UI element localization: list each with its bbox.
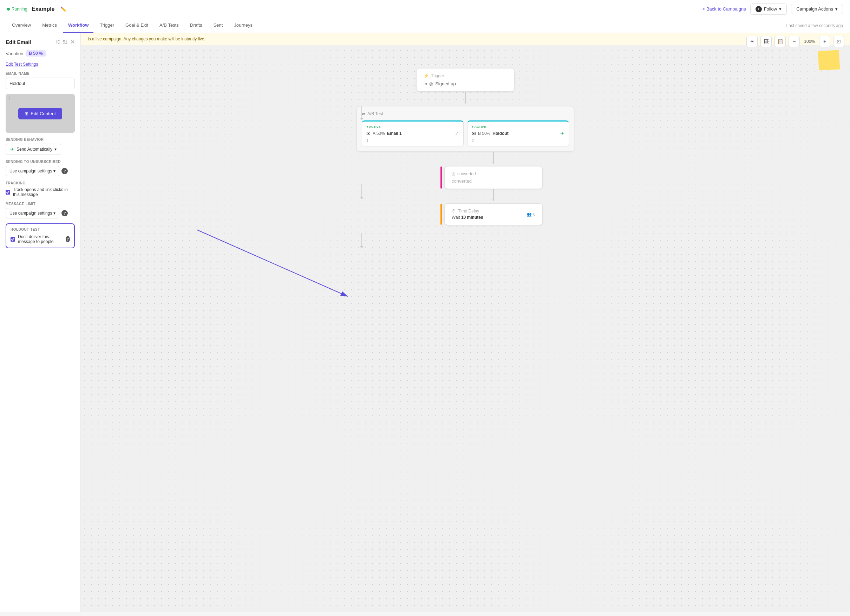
track-opens-checkbox[interactable] [6, 190, 10, 194]
plus-circle-icon: + [756, 6, 762, 12]
clock-icon: ⏱ [452, 209, 456, 214]
live-banner: is a live campaign. Any changes you make… [81, 33, 850, 45]
back-to-campaigns-link[interactable]: < Back to Campaigns [702, 6, 746, 12]
running-badge: Running [7, 7, 27, 12]
variant-b-info: ✉ B 50% Holdout ✈ [472, 131, 564, 136]
tab-workflow[interactable]: Workflow [63, 18, 93, 33]
variant-a-card[interactable]: ACTIVE ✉ A 50% Email 1 ✓ 1 [362, 120, 464, 147]
delay-node[interactable]: ⏱ Time Delay Wait 10 minutes 👥 0 [444, 203, 543, 225]
email-preview: 2 ⊞ Edit Content [6, 94, 75, 133]
people-count-value: 0 [533, 212, 535, 216]
variation-badge: B 50 % [26, 50, 45, 57]
ab-test-node[interactable]: ⇌ A/B Test ACTIVE ✉ A 50% Email 1 ✓ [356, 106, 574, 152]
converted-node[interactable]: ◎ converted converted [444, 166, 543, 189]
orange-accent-line [440, 204, 442, 225]
panel-id: ID: 51 [56, 40, 67, 45]
message-limit-help-icon[interactable]: ? [61, 210, 68, 216]
ab-test-header: ⇌ A/B Test [362, 111, 569, 116]
variant-a-pct: A 50% [373, 131, 385, 136]
edit-test-settings-link[interactable]: Edit Test Settings [6, 62, 38, 67]
delay-label: Time Delay [458, 209, 479, 214]
sticky-note[interactable] [818, 50, 840, 70]
edit-pencil-icon[interactable]: ✏️ [60, 6, 66, 12]
preview-number: 2 [8, 96, 10, 100]
sending-unsubscribed-help-icon[interactable]: ? [61, 168, 68, 174]
delay-header: ⏱ Time Delay [452, 209, 527, 214]
delay-text: Wait 10 minutes [452, 215, 527, 220]
dont-deliver-checkbox[interactable] [10, 237, 15, 242]
tab-sent[interactable]: Sent [208, 18, 227, 33]
close-panel-button[interactable]: ✕ [70, 39, 75, 45]
ab-test-icon: ⇌ [362, 111, 365, 116]
variant-b-name: Holdout [492, 131, 508, 136]
send-auto-icon: ✈ [10, 147, 14, 152]
tab-trigger[interactable]: Trigger [95, 18, 119, 33]
variant-b-pct: B 50% [478, 131, 490, 136]
ab-test-label: A/B Test [367, 111, 383, 116]
campaign-actions-chevron-icon: ▾ [835, 6, 838, 12]
note-tool-button[interactable]: 📋 [775, 36, 786, 47]
wait-label: Wait [452, 215, 460, 220]
tab-ab-tests[interactable]: A/B Tests [154, 18, 184, 33]
main-layout: Edit Email ID: 51 ✕ Variation B 50 % Edi… [0, 33, 850, 612]
holdout-test-label: HOLDOUT TEST [10, 227, 70, 232]
delay-content: ⏱ Time Delay Wait 10 minutes [452, 209, 527, 220]
ab-test-container: ⇌ A/B Test ACTIVE ✉ A 50% Email 1 ✓ [356, 106, 574, 152]
variant-a-check-icon: ✓ [455, 131, 459, 136]
send-automatically-button[interactable]: ✈ Send Automatically ▾ [6, 144, 61, 155]
tab-drafts[interactable]: Drafts [185, 18, 207, 33]
trigger-signed-icon: ◎ [429, 81, 433, 87]
zoom-out-button[interactable]: − [789, 36, 800, 47]
tab-metrics[interactable]: Metrics [37, 18, 62, 33]
campaign-actions-button[interactable]: Campaign Actions ▾ [791, 4, 843, 14]
zoom-in-button[interactable]: + [819, 36, 831, 47]
variant-a-name: Email 1 [387, 131, 402, 136]
email-name-field: EMAIL NAME [6, 72, 75, 89]
panel-title: Edit Email [6, 39, 31, 45]
message-limit-field: MESSAGE LIMIT Use campaign settings ▾ ? [6, 202, 75, 218]
image-tool-button[interactable]: 🖼 [760, 36, 772, 47]
sending-unsubscribed-field: SENDING TO UNSUBSCRIBED Use campaign set… [6, 160, 75, 176]
workflow-canvas: is a live campaign. Any changes you make… [81, 33, 850, 612]
email-name-input[interactable] [6, 78, 75, 89]
sun-tool-button[interactable]: ☀ [747, 36, 758, 47]
variant-b-card[interactable]: ACTIVE ✉ B 50% Holdout ✈ 2 [467, 120, 569, 147]
follow-label: Follow [764, 6, 777, 12]
tab-overview[interactable]: Overview [7, 18, 36, 33]
message-limit-select[interactable]: Use campaign settings ▾ [6, 208, 59, 218]
tracking-field: TRACKING Track opens and link clicks in … [6, 181, 75, 197]
variant-b-number: 2 [472, 138, 564, 143]
variant-b-status: ACTIVE [472, 125, 564, 129]
variation-row: Variation B 50 % [6, 50, 75, 57]
edit-content-icon: ⊞ [25, 111, 28, 116]
track-opens-checkbox-row[interactable]: Track opens and link clicks in this mess… [6, 187, 75, 197]
top-header: Running Example ✏️ < Back to Campaigns +… [0, 0, 850, 18]
canvas-toolbar: ☀ 🖼 📋 − 100% + ⊡ [747, 36, 844, 47]
follow-button[interactable]: + Follow ▾ [750, 3, 787, 15]
tab-journeys[interactable]: Journeys [229, 18, 257, 33]
trigger-node[interactable]: ⚡ Trigger in ◎ Signed up [416, 68, 515, 92]
trigger-header: ⚡ Trigger [424, 73, 507, 78]
edit-content-button[interactable]: ⊞ Edit Content [18, 108, 62, 120]
running-dot [7, 8, 10, 10]
svg-marker-7 [360, 246, 364, 248]
svg-line-0 [197, 230, 348, 296]
message-limit-label: MESSAGE LIMIT [6, 202, 75, 206]
wait-value: 10 minutes [461, 215, 483, 220]
variant-a-info: ✉ A 50% Email 1 ✓ [366, 131, 459, 136]
tab-goal-exit[interactable]: Goal & Exit [120, 18, 153, 33]
sending-behavior-label: SENDING BEHAVIOR [6, 138, 75, 142]
variant-a-status: ACTIVE [366, 125, 459, 129]
dont-deliver-help-icon[interactable]: ? [66, 236, 70, 242]
variant-b-send-icon: ✈ [560, 131, 564, 136]
variant-a-mail-icon: ✉ [366, 131, 371, 136]
campaign-title: Example [31, 6, 55, 12]
trigger-label: Trigger [431, 73, 444, 78]
trigger-in-label: in [424, 81, 427, 87]
variant-b-mail-icon: ✉ [472, 131, 476, 136]
sending-unsubscribed-label: SENDING TO UNSUBSCRIBED [6, 160, 75, 164]
send-auto-chevron-icon: ▾ [54, 147, 57, 152]
dont-deliver-checkbox-row[interactable]: Don't deliver this message to people ? [10, 234, 70, 244]
zoom-fit-button[interactable]: ⊡ [833, 36, 844, 47]
sending-unsubscribed-select[interactable]: Use campaign settings ▾ [6, 166, 59, 176]
